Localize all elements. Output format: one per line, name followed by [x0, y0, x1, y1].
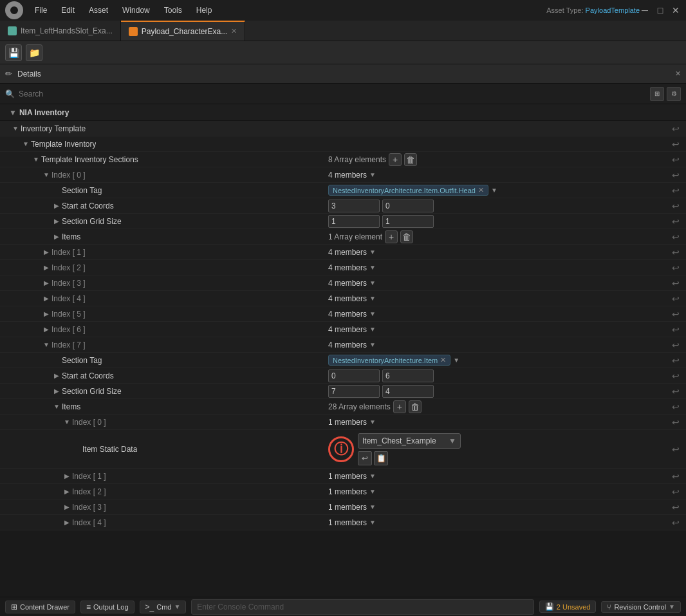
items7-index1-reset[interactable]: ↩: [668, 471, 683, 481]
section-tag-0-remove[interactable]: ✕: [478, 186, 484, 194]
start-coords-7-x[interactable]: [328, 369, 380, 382]
grid-size-7-y[interactable]: [382, 385, 434, 398]
grid-size-0-row[interactable]: ▶ Section Grid Size ↩: [0, 214, 686, 229]
section-tag-0-row[interactable]: ▶ Section Tag NestedInventoryArchitectur…: [0, 183, 686, 198]
items7-index0-row[interactable]: ▼ Index [ 0 ] 1 members ▼ ↩: [0, 415, 686, 430]
index-1-row[interactable]: ▶ Index [ 1 ] 4 members ▼ ↩: [0, 245, 686, 260]
grid-size-0-y[interactable]: [382, 215, 434, 228]
section-tag-0-expand[interactable]: ▼: [491, 187, 497, 194]
index-6-arrow[interactable]: ▶: [41, 326, 51, 333]
index-6-row[interactable]: ▶ Index [ 6 ] 4 members ▼ ↩: [0, 322, 686, 337]
inventory-template-row[interactable]: ▼ Inventory Template ↩: [0, 121, 686, 136]
index-5-dropdown-arrow[interactable]: ▼: [369, 310, 376, 317]
menu-asset[interactable]: Asset: [82, 3, 115, 17]
items-7-reset[interactable]: ↩: [668, 402, 683, 412]
start-coords-0-arrow[interactable]: ▶: [51, 202, 62, 209]
index-6-dropdown-arrow[interactable]: ▼: [369, 326, 376, 333]
index-3-row[interactable]: ▶ Index [ 3 ] 4 members ▼ ↩: [0, 275, 686, 291]
index-0-dropdown-arrow[interactable]: ▼: [369, 171, 376, 178]
template-inventory-sections-row[interactable]: ▼ Template Inventory Sections 8 Array el…: [0, 152, 686, 167]
index-7-reset[interactable]: ↩: [668, 340, 683, 350]
details-panel-close-button[interactable]: ✕: [675, 70, 681, 78]
grid-size-7-arrow[interactable]: ▶: [51, 387, 62, 395]
items-0-arrow[interactable]: ▶: [51, 233, 62, 240]
item-static-browse-btn[interactable]: ↩: [358, 451, 372, 465]
revision-control-button[interactable]: ⑂ Revision Control ▼: [601, 601, 681, 613]
index-2-arrow[interactable]: ▶: [41, 264, 51, 271]
start-coords-7-arrow[interactable]: ▶: [51, 372, 62, 379]
items-0-row[interactable]: ▶ Items 1 Array element + 🗑 ↩: [0, 229, 686, 245]
items7-index1-dropdown-arrow[interactable]: ▼: [369, 472, 376, 480]
index-7-arrow[interactable]: ▼: [41, 341, 51, 348]
console-input[interactable]: [191, 599, 533, 615]
items7-index3-dropdown-arrow[interactable]: ▼: [369, 503, 376, 510]
inventory-template-arrow[interactable]: ▼: [10, 125, 21, 132]
maximize-button[interactable]: □: [655, 5, 665, 15]
index-2-reset[interactable]: ↩: [668, 263, 683, 273]
content-drawer-button[interactable]: ⊞ Content Drawer: [5, 601, 75, 613]
asset-type-value[interactable]: PayloadTemplate: [586, 6, 640, 14]
index-4-reset[interactable]: ↩: [668, 294, 683, 304]
template-inventory-arrow[interactable]: ▼: [21, 140, 31, 147]
index-7-row[interactable]: ▼ Index [ 7 ] 4 members ▼ ↩: [0, 337, 686, 353]
grid-size-0-x[interactable]: [328, 215, 380, 228]
index-5-reset[interactable]: ↩: [668, 309, 683, 319]
template-inventory-row[interactable]: ▼ Template Inventory ↩: [0, 136, 686, 152]
item-static-reset[interactable]: ↩: [668, 444, 683, 454]
section-tag-7-row[interactable]: ▶ Section Tag NestedInventoryArchitectur…: [0, 353, 686, 368]
tab-close-button[interactable]: ✕: [231, 27, 237, 35]
items7-index3-reset[interactable]: ↩: [668, 502, 683, 512]
item-static-info-icon[interactable]: ⓘ: [328, 436, 354, 462]
index-4-dropdown-arrow[interactable]: ▼: [369, 295, 376, 302]
start-coords-7-y[interactable]: [382, 369, 434, 382]
items7-index3-row[interactable]: ▶ Index [ 3 ] 1 members ▼ ↩: [0, 499, 686, 515]
items-7-delete-btn[interactable]: 🗑: [409, 400, 422, 413]
start-coords-7-row[interactable]: ▶ Start at Coords ↩: [0, 368, 686, 384]
minimize-button[interactable]: ─: [640, 5, 650, 15]
search-view-toggle[interactable]: ⊞: [650, 87, 664, 101]
items-0-delete-btn[interactable]: 🗑: [400, 230, 413, 243]
template-inventory-sections-arrow[interactable]: ▼: [31, 156, 41, 163]
index-1-arrow[interactable]: ▶: [41, 248, 51, 256]
index-1-dropdown-arrow[interactable]: ▼: [369, 248, 376, 256]
index-4-row[interactable]: ▶ Index [ 4 ] 4 members ▼ ↩: [0, 291, 686, 306]
template-sections-add-btn[interactable]: +: [389, 153, 402, 166]
section-tag-7-remove[interactable]: ✕: [440, 356, 446, 364]
index-2-dropdown-arrow[interactable]: ▼: [369, 264, 376, 271]
start-coords-0-reset[interactable]: ↩: [668, 201, 683, 211]
output-log-button[interactable]: ≡ Output Log: [80, 601, 134, 613]
index-0-row[interactable]: ▼ Index [ 0 ] 4 members ▼ ↩: [0, 167, 686, 183]
template-inventory-reset[interactable]: ↩: [668, 139, 683, 149]
index-0-arrow[interactable]: ▼: [41, 171, 51, 178]
unsaved-button[interactable]: 💾 2 Unsaved: [539, 601, 597, 613]
index-6-reset[interactable]: ↩: [668, 324, 683, 335]
start-coords-7-reset[interactable]: ↩: [668, 371, 683, 381]
items7-index2-row[interactable]: ▶ Index [ 2 ] 1 members ▼ ↩: [0, 484, 686, 499]
items7-index0-arrow[interactable]: ▼: [62, 418, 72, 425]
items7-index2-reset[interactable]: ↩: [668, 487, 683, 497]
items7-index2-arrow[interactable]: ▶: [62, 488, 72, 495]
index-5-row[interactable]: ▶ Index [ 5 ] 4 members ▼ ↩: [0, 306, 686, 322]
close-button[interactable]: ✕: [671, 5, 681, 15]
items7-index4-reset[interactable]: ↩: [668, 518, 683, 528]
nia-inventory-section[interactable]: ▼ NIA Inventory: [0, 104, 686, 121]
template-sections-reset[interactable]: ↩: [668, 154, 683, 165]
menu-window[interactable]: Window: [116, 3, 156, 17]
section-tag-0-reset[interactable]: ↩: [668, 185, 683, 196]
items-7-add-btn[interactable]: +: [393, 400, 406, 413]
search-input[interactable]: [19, 89, 646, 98]
menu-edit[interactable]: Edit: [55, 3, 81, 17]
items7-index4-arrow[interactable]: ▶: [62, 519, 72, 526]
items7-index0-dropdown-arrow[interactable]: ▼: [369, 418, 376, 425]
items-7-arrow[interactable]: ▼: [51, 403, 62, 410]
items7-index0-reset[interactable]: ↩: [668, 417, 683, 427]
cmd-button[interactable]: >_ Cmd ▼: [140, 601, 187, 613]
menu-tools[interactable]: Tools: [158, 3, 189, 17]
tab-payload-character[interactable]: Payload_CharacterExa... ✕: [121, 21, 245, 41]
items7-index2-dropdown-arrow[interactable]: ▼: [369, 488, 376, 495]
items-0-add-btn[interactable]: +: [385, 230, 398, 243]
grid-size-7-x[interactable]: [328, 385, 380, 398]
grid-size-0-reset[interactable]: ↩: [668, 216, 683, 227]
save-button[interactable]: 💾: [5, 44, 22, 61]
index-3-arrow[interactable]: ▶: [41, 279, 51, 286]
